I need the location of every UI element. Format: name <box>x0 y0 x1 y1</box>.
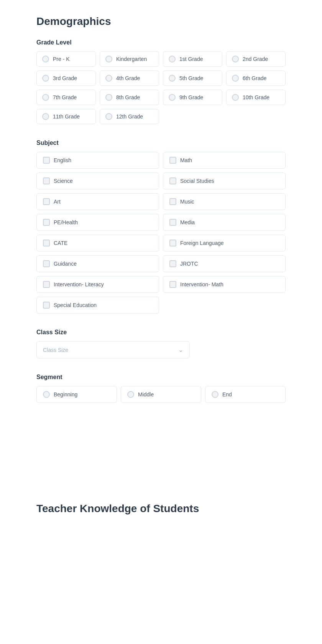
grade-label-1st-grade: 1st Grade <box>179 56 203 62</box>
grade-label-5th-grade: 5th Grade <box>179 75 203 81</box>
grade-item-5th-grade[interactable]: 5th Grade <box>163 71 222 86</box>
grade-item-11th-grade[interactable]: 11th Grade <box>36 109 96 124</box>
radio-10th-grade <box>232 94 239 101</box>
checkbox-music <box>169 198 176 205</box>
subject-label-intervention-math: Intervention- Math <box>180 281 223 288</box>
checkbox-jrotc <box>169 260 176 267</box>
grade-label-9th-grade: 9th Grade <box>179 94 203 100</box>
radio-beginning <box>43 391 50 398</box>
subject-item-social-studies[interactable]: Social Studies <box>163 172 286 189</box>
radio-kindergarten <box>105 56 112 62</box>
demographics-title: Demographics <box>36 15 286 28</box>
class-size-label: Class Size <box>36 329 286 336</box>
segment-item-beginning[interactable]: Beginning <box>36 386 117 403</box>
grade-label-6th-grade: 6th Grade <box>243 75 266 81</box>
checkbox-cate <box>43 240 50 246</box>
grade-label-3rd-grade: 3rd Grade <box>53 75 77 81</box>
subject-label-intervention-literacy: Intervention- Literacy <box>54 281 104 288</box>
grade-item-1st-grade[interactable]: 1st Grade <box>163 51 222 67</box>
class-size-dropdown[interactable]: Class Size ⌄ <box>36 341 190 358</box>
subject-label-english: English <box>54 157 71 163</box>
grade-label-pre-k: Pre - K <box>53 56 70 62</box>
checkbox-media <box>169 219 176 226</box>
radio-7th-grade <box>42 94 49 101</box>
subject-item-foreign-language[interactable]: Foreign Language <box>163 235 286 251</box>
subject-label-social-studies: Social Studies <box>180 178 214 184</box>
radio-pre-k <box>42 56 49 62</box>
grade-item-9th-grade[interactable]: 9th Grade <box>163 90 222 105</box>
subject-item-jrotc[interactable]: JROTC <box>163 255 286 272</box>
subject-label-media: Media <box>180 219 195 225</box>
segment-section: Segment Beginning Middle End <box>36 374 286 403</box>
segment-label: Segment <box>36 374 286 381</box>
subject-section: Subject English Math Science Social Stud… <box>36 140 286 314</box>
subject-label-math: Math <box>180 157 192 163</box>
grade-level-grid: Pre - K Kindergarten 1st Grade 2nd Grade… <box>36 51 286 124</box>
grade-label-2nd-grade: 2nd Grade <box>243 56 268 62</box>
grade-item-7th-grade[interactable]: 7th Grade <box>36 90 96 105</box>
grade-level-section: Grade Level Pre - K Kindergarten 1st Gra… <box>36 39 286 124</box>
radio-12th-grade <box>105 113 112 120</box>
subject-item-science[interactable]: Science <box>36 172 159 189</box>
subject-label-foreign-language: Foreign Language <box>180 240 224 246</box>
checkbox-pe-health <box>43 219 50 226</box>
grade-item-10th-grade[interactable]: 10th Grade <box>226 90 286 105</box>
subject-label-jrotc: JROTC <box>180 261 198 267</box>
checkbox-intervention-literacy <box>43 281 50 288</box>
segment-label-end: End <box>222 391 232 398</box>
checkbox-art <box>43 198 50 205</box>
subject-item-cate[interactable]: CATE <box>36 235 159 251</box>
subject-item-art[interactable]: Art <box>36 193 159 210</box>
grade-label-kindergarten: Kindergarten <box>116 56 147 62</box>
grade-item-8th-grade[interactable]: 8th Grade <box>100 90 159 105</box>
radio-9th-grade <box>169 94 176 101</box>
radio-middle <box>127 391 134 398</box>
subject-label-special-education: Special Education <box>54 302 97 308</box>
checkbox-foreign-language <box>169 240 176 246</box>
subject-item-math[interactable]: Math <box>163 152 286 169</box>
grade-label-8th-grade: 8th Grade <box>116 94 140 100</box>
grade-item-2nd-grade[interactable]: 2nd Grade <box>226 51 286 67</box>
subject-item-music[interactable]: Music <box>163 193 286 210</box>
radio-5th-grade <box>169 75 176 82</box>
grade-item-3rd-grade[interactable]: 3rd Grade <box>36 71 96 86</box>
grade-label-11th-grade: 11th Grade <box>53 113 80 120</box>
radio-1st-grade <box>169 56 176 62</box>
radio-8th-grade <box>105 94 112 101</box>
chevron-down-icon: ⌄ <box>178 346 183 353</box>
subject-label-pe-health: PE/Health <box>54 219 78 225</box>
checkbox-social-studies <box>169 177 176 184</box>
class-size-placeholder: Class Size <box>43 347 68 353</box>
subject-label-cate: CATE <box>54 240 67 246</box>
checkbox-math <box>169 157 176 164</box>
grade-item-12th-grade[interactable]: 12th Grade <box>100 109 159 124</box>
radio-2nd-grade <box>232 56 239 62</box>
segment-grid: Beginning Middle End <box>36 386 286 403</box>
subject-item-guidance[interactable]: Guidance <box>36 255 159 272</box>
grade-item-6th-grade[interactable]: 6th Grade <box>226 71 286 86</box>
subject-item-pe-health[interactable]: PE/Health <box>36 214 159 231</box>
grade-level-label: Grade Level <box>36 39 286 46</box>
grade-item-4th-grade[interactable]: 4th Grade <box>100 71 159 86</box>
subject-item-media[interactable]: Media <box>163 214 286 231</box>
subject-item-special-education[interactable]: Special Education <box>36 297 159 314</box>
grade-item-kindergarten[interactable]: Kindergarten <box>100 51 159 67</box>
subject-label-music: Music <box>180 199 194 205</box>
checkbox-intervention-math <box>169 281 176 288</box>
checkbox-english <box>43 157 50 164</box>
subject-item-english[interactable]: English <box>36 152 159 169</box>
grade-item-pre-k[interactable]: Pre - K <box>36 51 96 67</box>
subject-label: Subject <box>36 140 286 146</box>
class-size-section: Class Size Class Size ⌄ <box>36 329 286 358</box>
grade-label-7th-grade: 7th Grade <box>53 94 77 100</box>
segment-item-end[interactable]: End <box>205 386 286 403</box>
subject-item-intervention-literacy[interactable]: Intervention- Literacy <box>36 276 159 293</box>
radio-end <box>212 391 219 398</box>
segment-label-beginning: Beginning <box>54 391 77 398</box>
segment-item-middle[interactable]: Middle <box>121 386 201 403</box>
subject-label-science: Science <box>54 178 73 184</box>
checkbox-guidance <box>43 260 50 267</box>
subject-item-intervention-math[interactable]: Intervention- Math <box>163 276 286 293</box>
grade-label-4th-grade: 4th Grade <box>116 75 140 81</box>
segment-label-middle: Middle <box>138 391 154 398</box>
